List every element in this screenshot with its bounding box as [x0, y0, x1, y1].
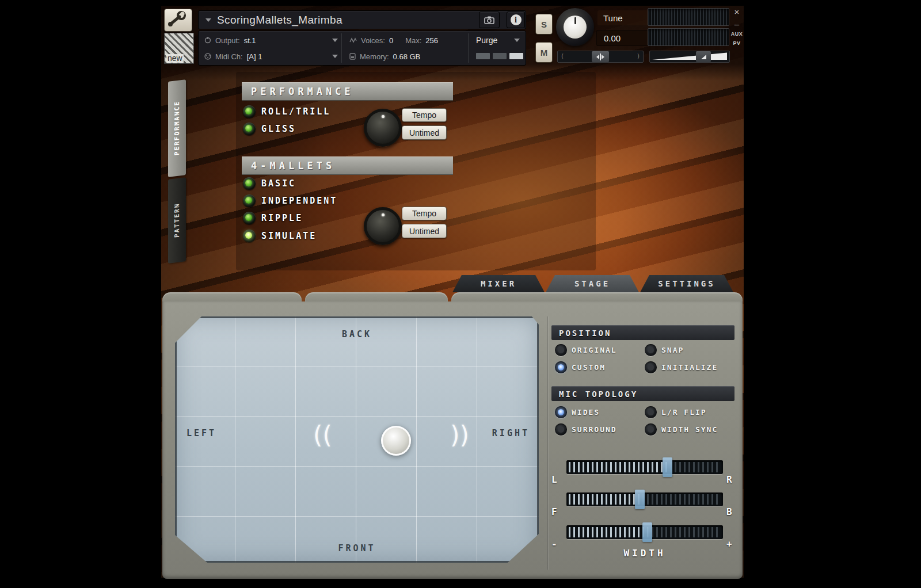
simulate-led-button[interactable]	[243, 230, 256, 242]
radio-row-original: ORIGINAL	[555, 343, 617, 356]
tab-stage[interactable]: STAGE	[546, 275, 639, 292]
performance-tempo-label: Tempo	[412, 110, 436, 120]
level-meter-left	[648, 8, 729, 26]
memory-label: Memory:	[360, 52, 389, 61]
midi-caret-icon	[332, 55, 338, 58]
side-tab-performance[interactable]: PERFORMANCE	[168, 79, 186, 177]
snapshot-camera-button[interactable]	[479, 12, 500, 28]
meter-segment	[509, 53, 523, 59]
edit-wrench-button[interactable]	[164, 9, 192, 32]
performance-section-header: PERFORMANCE	[242, 82, 453, 101]
mallets-tempo-box[interactable]: Tempo	[402, 207, 447, 220]
mode-row-basic: BASIC	[243, 177, 296, 190]
lr-slider-handle[interactable]	[663, 457, 672, 477]
output-select[interactable]: Output: st.1	[204, 33, 338, 47]
fb-slider-handle[interactable]	[635, 490, 645, 509]
slider-lit-track	[569, 527, 648, 537]
knob-indicator-dot	[382, 115, 385, 118]
ripple-led-button[interactable]	[243, 212, 256, 224]
output-caret-icon	[332, 39, 338, 42]
tab-settings[interactable]: SETTINGS	[640, 275, 733, 292]
roll-trill-led-button[interactable]	[243, 105, 256, 118]
mute-button[interactable]: M	[535, 42, 553, 63]
performance-untimed-label: Untimed	[409, 128, 439, 138]
tab-stage-label: STAGE	[574, 279, 610, 288]
radio-row-custom: CUSTOM	[555, 361, 606, 373]
snap-label: SNAP	[661, 346, 684, 354]
mallets-untimed-box[interactable]: Untimed	[402, 224, 447, 238]
mode-row-independent: INDEPENDENT	[243, 194, 337, 207]
performance-time-knob[interactable]	[364, 109, 402, 147]
memory-icon	[349, 53, 356, 60]
initialize-label: INITIALIZE	[661, 363, 718, 372]
snap-radio[interactable]	[645, 344, 657, 356]
initialize-radio[interactable]	[645, 361, 657, 373]
voices-readout: Voices: 0 Max: 256	[349, 33, 462, 47]
slider-lit-track	[569, 462, 668, 472]
purge-menu[interactable]: Purge	[476, 33, 520, 47]
basic-led-button[interactable]	[243, 177, 256, 190]
minimize-icon[interactable]: –	[730, 21, 744, 28]
fb-position-slider[interactable]	[566, 492, 723, 506]
lr-flip-radio[interactable]	[645, 406, 657, 418]
independent-led-button[interactable]	[243, 194, 256, 207]
original-label: ORIGINAL	[572, 346, 617, 354]
volume-slider[interactable]	[649, 51, 730, 63]
panel-groove	[547, 316, 549, 570]
gliss-led-button[interactable]	[243, 123, 256, 135]
pan-handle[interactable]	[592, 51, 609, 62]
stage-position-pad[interactable]: BACK FRONT LEFT RIGHT (( ))	[175, 316, 539, 563]
solo-button[interactable]: S	[535, 14, 553, 35]
instrument-menu-caret-icon[interactable]	[205, 18, 211, 22]
width-sync-radio[interactable]	[645, 423, 657, 436]
width-sync-label: WIDTH SYNC	[661, 425, 718, 434]
volume-handle[interactable]	[696, 51, 711, 62]
stage-position-puck[interactable]	[381, 426, 411, 456]
output-jack-icon	[204, 37, 211, 44]
pan-left-mark: (	[561, 52, 564, 60]
radio-row-width-sync: WIDTH SYNC	[645, 423, 718, 436]
wides-radio[interactable]	[555, 406, 567, 418]
surround-label: SURROUND	[572, 425, 617, 434]
output-value: st.1	[244, 36, 256, 45]
aux-button[interactable]: AUX	[730, 31, 744, 37]
voices-value: 0	[389, 36, 393, 45]
pan-slider[interactable]: ( )	[557, 51, 644, 63]
volume-wedge	[652, 52, 727, 60]
midi-channel-select[interactable]: Midi Ch: [A] 1	[204, 49, 338, 63]
kontakt-instrument-window: new ScoringMallets_Marimba Output: st.1 …	[161, 6, 744, 578]
original-radio[interactable]	[555, 344, 567, 356]
surround-radio[interactable]	[555, 423, 567, 436]
lr-left-label: L	[551, 474, 557, 485]
custom-radio[interactable]	[555, 361, 567, 373]
mallets-section-header: 4-MALLETS	[242, 156, 453, 175]
performance-tempo-box[interactable]: Tempo	[402, 108, 447, 122]
gliss-label: GLISS	[261, 124, 296, 134]
tab-mixer[interactable]: MIXER	[452, 275, 545, 292]
info-button[interactable]: i	[507, 12, 525, 28]
pv-button[interactable]: PV	[730, 40, 744, 46]
mallets-tempo-label: Tempo	[412, 209, 436, 218]
voices-label: Voices:	[361, 36, 385, 45]
wrench-icon	[165, 9, 191, 30]
tune-knob[interactable]	[556, 8, 594, 46]
width-plus-label: +	[726, 539, 732, 549]
mic-topology-section-title: MIC TOPOLOGY	[551, 390, 638, 399]
mic-topology-section-header: MIC TOPOLOGY	[551, 386, 734, 401]
instrument-title: ScoringMallets_Marimba	[217, 14, 342, 26]
instrument-title-bar: ScoringMallets_Marimba	[198, 10, 526, 29]
width-slider[interactable]	[566, 525, 723, 539]
purge-mini-meter	[476, 53, 523, 59]
side-tab-pattern[interactable]: PATTERN	[168, 177, 186, 264]
lr-position-slider[interactable]	[566, 460, 723, 474]
knob-indicator-dot	[382, 213, 385, 216]
max-voices-value: 256	[425, 36, 438, 45]
performance-untimed-box[interactable]: Untimed	[402, 125, 447, 140]
close-icon[interactable]: ×	[730, 7, 744, 17]
mode-row-simulate: SIMULATE	[243, 229, 317, 242]
mallets-time-knob[interactable]	[364, 207, 402, 245]
width-slider-handle[interactable]	[642, 522, 652, 542]
mute-label: M	[541, 48, 548, 58]
level-meter-right	[648, 28, 729, 46]
meter-segment	[476, 53, 490, 59]
